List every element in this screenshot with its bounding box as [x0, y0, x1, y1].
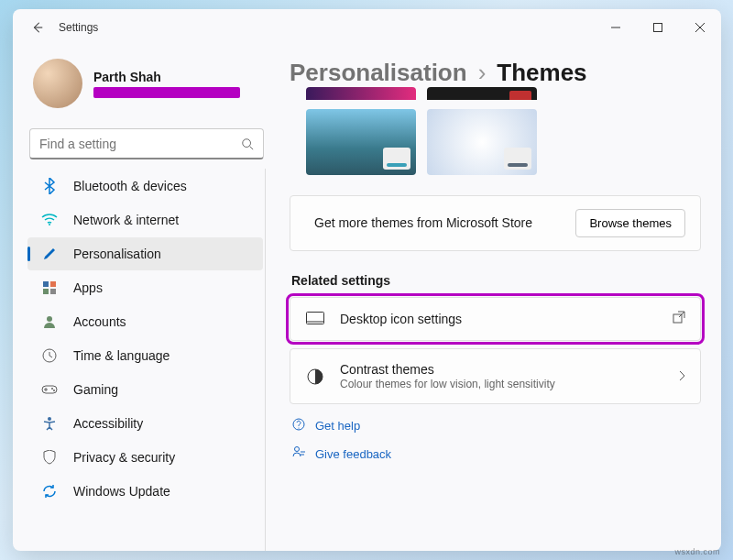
back-button[interactable] [22, 12, 53, 43]
store-row: Get more themes from Microsoft Store Bro… [290, 195, 701, 251]
desktop-icon-settings-card[interactable]: Desktop icon settings [290, 297, 701, 341]
chevron-right-icon: › [478, 59, 487, 87]
watermark: wsxdn.com [674, 547, 720, 556]
svg-rect-0 [654, 24, 662, 32]
svg-rect-5 [43, 289, 49, 294]
close-icon [695, 23, 705, 32]
close-button[interactable] [679, 13, 721, 42]
person-icon [40, 313, 59, 331]
feedback-icon [291, 445, 306, 463]
update-icon [40, 482, 59, 500]
card-title: Contrast themes [340, 362, 678, 377]
svg-point-1 [243, 138, 251, 147]
nav-label: Privacy & security [73, 450, 175, 465]
theme-thumbnail[interactable] [306, 87, 416, 100]
search-input[interactable] [39, 137, 241, 151]
svg-point-11 [53, 390, 55, 391]
bluetooth-icon [40, 177, 59, 195]
minimize-icon [611, 23, 620, 32]
nav-label: Accounts [73, 314, 126, 329]
contrast-themes-card[interactable]: Contrast themes Colour themes for low vi… [290, 348, 701, 404]
sidebar-item-accounts[interactable]: Accounts [27, 305, 263, 338]
theme-grid-row2 [290, 109, 701, 175]
user-block[interactable]: Parth Shah [27, 53, 266, 121]
sidebar-item-apps[interactable]: Apps [27, 271, 263, 304]
nav-label: Bluetooth & devices [73, 179, 187, 193]
svg-rect-3 [43, 281, 49, 287]
wifi-icon [40, 211, 59, 229]
link-label: Give feedback [315, 447, 391, 461]
content-area: Personalisation › Themes [277, 46, 721, 551]
sidebar-item-personalisation[interactable]: Personalisation [27, 237, 263, 270]
sidebar-item-time[interactable]: Time & language [27, 339, 263, 372]
user-email-redacted [93, 87, 240, 98]
get-help-link[interactable]: Get help [290, 412, 701, 440]
desktop-icon [305, 312, 325, 326]
open-external-icon [673, 311, 685, 327]
contrast-icon [305, 368, 325, 385]
shield-icon [40, 448, 59, 467]
accessibility-icon [40, 414, 59, 433]
arrow-left-icon [31, 21, 44, 34]
svg-point-10 [51, 388, 53, 390]
search-box[interactable] [29, 128, 264, 159]
svg-point-7 [47, 316, 52, 322]
help-icon [291, 417, 306, 434]
svg-point-2 [49, 224, 50, 225]
nav-list: Bluetooth & devices Network & internet P… [27, 169, 266, 551]
nav-label: Apps [73, 280, 103, 295]
maximize-icon [653, 23, 662, 32]
related-settings-heading: Related settings [291, 273, 701, 288]
sidebar-item-gaming[interactable]: Gaming [27, 373, 263, 406]
user-name: Parth Shah [93, 70, 240, 84]
card-subtitle: Colour themes for low vision, light sens… [340, 378, 678, 390]
sidebar-item-update[interactable]: Windows Update [27, 475, 263, 508]
theme-thumbnail[interactable] [427, 109, 537, 175]
store-text: Get more themes from Microsoft Store [305, 214, 575, 232]
chevron-right-icon [678, 368, 685, 385]
svg-point-18 [295, 447, 300, 452]
card-title: Desktop icon settings [340, 312, 673, 326]
sidebar-item-bluetooth[interactable]: Bluetooth & devices [27, 170, 263, 203]
paintbrush-icon [40, 245, 59, 263]
nav-label: Accessibility [73, 416, 143, 431]
search-icon [241, 137, 254, 150]
svg-point-12 [48, 417, 51, 421]
clock-icon [40, 346, 59, 365]
breadcrumb-parent[interactable]: Personalisation [290, 59, 467, 87]
window-controls [595, 13, 721, 42]
svg-rect-6 [50, 289, 56, 294]
link-label: Get help [315, 419, 360, 433]
svg-rect-4 [50, 281, 56, 287]
settings-window: Settings Parth Shah Blueto [13, 9, 721, 551]
sidebar-item-network[interactable]: Network & internet [27, 203, 263, 236]
gaming-icon [40, 380, 59, 399]
nav-label: Network & internet [73, 213, 179, 227]
svg-rect-13 [307, 313, 324, 324]
titlebar: Settings [13, 9, 721, 46]
breadcrumb-current: Themes [497, 59, 586, 87]
give-feedback-link[interactable]: Give feedback [290, 440, 701, 468]
sidebar: Parth Shah Bluetooth & devices Network &… [13, 46, 277, 551]
nav-label: Gaming [73, 382, 118, 397]
minimize-button[interactable] [595, 13, 637, 42]
sidebar-item-accessibility[interactable]: Accessibility [27, 407, 263, 440]
theme-thumbnail[interactable] [427, 87, 537, 100]
sidebar-item-privacy[interactable]: Privacy & security [27, 441, 263, 474]
maximize-button[interactable] [637, 13, 679, 42]
apps-icon [40, 279, 59, 297]
avatar [33, 59, 82, 108]
nav-label: Time & language [73, 348, 170, 363]
svg-point-17 [298, 427, 299, 428]
nav-label: Windows Update [73, 484, 170, 499]
browse-themes-button[interactable]: Browse themes [575, 209, 685, 237]
app-title: Settings [59, 21, 98, 34]
nav-label: Personalisation [73, 247, 161, 261]
theme-thumbnail[interactable] [306, 109, 416, 175]
